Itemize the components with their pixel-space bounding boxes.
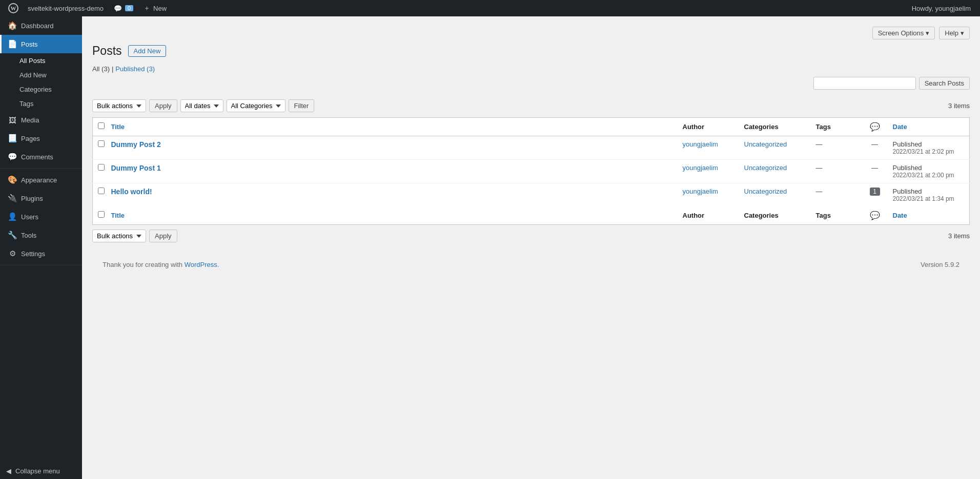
screen-options-button[interactable]: Screen Options ▾	[872, 27, 935, 39]
wp-logo[interactable]: W	[4, 3, 23, 13]
sidebar-item-media[interactable]: 🖼 Media	[0, 111, 82, 129]
row-checkbox-cell[interactable]	[93, 159, 106, 183]
apply-button-bottom[interactable]: Apply	[149, 230, 177, 242]
settings-icon: ⚙	[8, 249, 17, 258]
adminbar-site-name[interactable]: sveltekit-wordpress-demo	[23, 0, 109, 16]
page-title: Posts	[92, 44, 122, 59]
select-all-checkbox-foot[interactable]	[98, 211, 105, 218]
sidebar-subitem-add-new[interactable]: Add New	[0, 68, 82, 82]
select-all-checkbox-header[interactable]	[93, 117, 106, 136]
search-posts-button[interactable]: Search Posts	[919, 77, 970, 90]
plus-icon: ＋	[144, 4, 150, 13]
post-status: Published	[893, 164, 965, 172]
table-row: Hello world!youngjaelimUncategorized—1Pu…	[93, 183, 970, 206]
add-new-button[interactable]: Add New	[128, 45, 167, 57]
adminbar-new[interactable]: ＋ New	[138, 0, 172, 16]
collapse-menu-button[interactable]: ◀ Collapse menu	[0, 463, 82, 479]
sidebar-item-tools[interactable]: 🔧 Tools	[0, 226, 82, 244]
row-checkbox-cell[interactable]	[93, 136, 106, 159]
post-date: Published2022/03/21 at 1:34 pm	[893, 188, 965, 202]
help-button[interactable]: Help ▾	[939, 27, 970, 39]
col-footer-date[interactable]: Date	[888, 206, 970, 225]
row-checkbox[interactable]	[98, 164, 105, 171]
categories-filter-select[interactable]: All Categories	[227, 99, 285, 112]
sidebar-item-dashboard[interactable]: 🏠 Dashboard	[0, 16, 82, 35]
sidebar-item-settings[interactable]: ⚙ Settings	[0, 244, 82, 263]
tablenav-bottom: Bulk actions Apply 3 items	[92, 227, 970, 245]
category-link[interactable]: Uncategorized	[744, 140, 787, 148]
category-link[interactable]: Uncategorized	[744, 188, 787, 195]
search-area: Search Posts	[813, 77, 970, 90]
row-tags-cell: —	[811, 136, 862, 159]
post-title-link[interactable]: Dummy Post 1	[111, 164, 161, 172]
filter-tab-published[interactable]: Published (3)	[115, 65, 155, 73]
comment-bubble[interactable]: 1	[870, 188, 880, 196]
row-checkbox-cell[interactable]	[93, 183, 106, 206]
select-all-checkbox[interactable]	[98, 122, 105, 129]
sidebar-item-posts[interactable]: 📄 Posts	[0, 35, 82, 53]
apply-button-top[interactable]: Apply	[149, 99, 177, 112]
author-link[interactable]: youngjaelim	[683, 164, 718, 172]
wordpress-link[interactable]: WordPress	[185, 261, 217, 268]
col-header-title[interactable]: Title	[106, 117, 678, 136]
tags-value: —	[816, 188, 823, 195]
sidebar-item-users[interactable]: 👤 Users	[0, 207, 82, 226]
adminbar-comments[interactable]: 💬 0	[109, 0, 138, 16]
row-title-cell: Dummy Post 1	[106, 159, 678, 183]
posts-table-body: Dummy Post 2youngjaelimUncategorized——Pu…	[93, 136, 970, 206]
select-all-checkbox-footer[interactable]	[93, 206, 106, 225]
row-title-cell: Dummy Post 2	[106, 136, 678, 159]
row-title-cell: Hello world!	[106, 183, 678, 206]
col-header-tags: Tags	[811, 117, 862, 136]
filter-button[interactable]: Filter	[289, 99, 315, 112]
row-author-cell: youngjaelim	[678, 136, 739, 159]
chevron-down-icon: ▾	[926, 29, 929, 37]
comment-bubble-header: 💬	[870, 122, 880, 131]
row-date-cell: Published2022/03/21 at 2:02 pm	[888, 136, 970, 159]
plugins-icon: 🔌	[8, 194, 17, 203]
row-author-cell: youngjaelim	[678, 159, 739, 183]
table-row: Dummy Post 2youngjaelimUncategorized——Pu…	[93, 136, 970, 159]
bulk-actions-select-bottom[interactable]: Bulk actions	[92, 230, 146, 242]
filter-tab-sep: |	[110, 65, 115, 73]
table-row: Dummy Post 1youngjaelimUncategorized——Pu…	[93, 159, 970, 183]
row-date-cell: Published2022/03/21 at 2:00 pm	[888, 159, 970, 183]
bulk-actions-select-top[interactable]: Bulk actions	[92, 99, 146, 112]
post-status: Published	[893, 140, 965, 148]
filter-search-area: All (3) | Published (3) Search Posts	[92, 65, 970, 94]
author-link[interactable]: youngjaelim	[683, 188, 718, 195]
tablenav-top: Bulk actions Apply All dates All Categor…	[92, 97, 970, 115]
post-datetime: 2022/03/21 at 2:00 pm	[893, 172, 965, 179]
search-input[interactable]	[813, 77, 916, 90]
author-link[interactable]: youngjaelim	[683, 140, 718, 148]
post-title-link[interactable]: Dummy Post 2	[111, 140, 161, 149]
dashboard-icon: 🏠	[8, 21, 17, 30]
menu-separator-1	[0, 168, 82, 169]
row-date-cell: Published2022/03/21 at 1:34 pm	[888, 183, 970, 206]
sidebar-subitem-all-posts[interactable]: All Posts	[0, 53, 82, 68]
col-footer-title[interactable]: Title	[106, 206, 678, 225]
sidebar-subitem-categories[interactable]: Categories	[0, 82, 82, 96]
items-count-bottom: 3 items	[948, 232, 970, 240]
category-link[interactable]: Uncategorized	[744, 164, 787, 172]
sidebar-item-comments[interactable]: 💬 Comments	[0, 148, 82, 166]
row-categories-cell: Uncategorized	[739, 159, 811, 183]
sidebar-subitem-tags[interactable]: Tags	[0, 96, 82, 111]
col-header-date[interactable]: Date	[888, 117, 970, 136]
post-title-link[interactable]: Hello world!	[111, 188, 152, 196]
table-footer-row: Title Author Categories Tags 💬	[93, 206, 970, 225]
post-datetime: 2022/03/21 at 1:34 pm	[893, 195, 965, 202]
row-checkbox[interactable]	[98, 140, 105, 147]
filter-tabs: All (3) | Published (3)	[92, 65, 970, 73]
sidebar-item-appearance[interactable]: 🎨 Appearance	[0, 171, 82, 189]
menu-separator-2	[0, 265, 82, 265]
row-comments-cell: —	[862, 136, 888, 159]
footer: Thank you for creating with WordPress. V…	[92, 256, 970, 274]
adminbar-howdy: Howdy, youngjaelim	[907, 5, 976, 12]
dates-filter-select[interactable]: All dates	[180, 99, 223, 112]
sidebar-item-pages[interactable]: 📃 Pages	[0, 129, 82, 148]
sidebar-item-plugins[interactable]: 🔌 Plugins	[0, 189, 82, 207]
row-checkbox[interactable]	[98, 188, 105, 194]
col-header-comments: 💬	[862, 117, 888, 136]
filter-tab-all[interactable]: All (3)	[92, 65, 110, 73]
